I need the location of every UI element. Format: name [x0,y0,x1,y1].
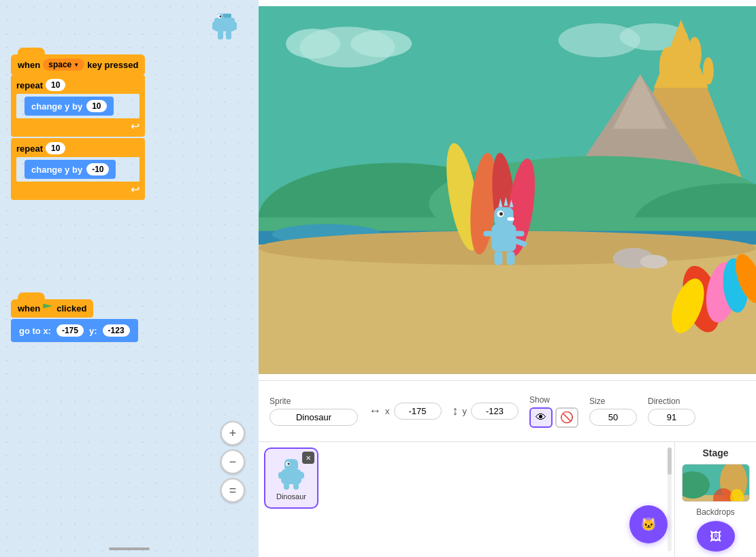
when-key-hat-block[interactable]: when space key pressed [11,54,145,75]
code-panel: when space key pressed repeat 10 change … [0,0,259,557]
svg-point-17 [659,47,676,88]
goto-y-value[interactable]: -123 [103,324,130,337]
when-clicked-label: when [18,303,40,314]
change-y-value-2[interactable]: -10 [86,163,109,175]
svg-rect-49 [506,252,514,265]
stage-thumbnail[interactable] [682,464,750,502]
svg-rect-56 [278,472,285,479]
goto-block[interactable]: go to x: -175 y: -123 [11,319,138,342]
svg-rect-48 [494,252,502,265]
svg-rect-58 [284,483,289,490]
svg-rect-3 [231,22,237,30]
repeat2-foot-arrow: ↩ [131,183,139,196]
svg-rect-2 [212,22,218,30]
svg-point-18 [688,37,702,71]
when-label: when [18,60,40,70]
sprite-name-group: Sprite [269,396,358,426]
stage-area [259,0,756,380]
x-value[interactable]: -175 [394,403,442,420]
when-clicked-hat-block[interactable]: when clicked [11,299,93,318]
hide-button[interactable]: 🚫 [555,407,578,428]
y-label: y: [89,326,97,336]
change-y-block-2[interactable]: change y by -10 [24,160,116,179]
key-dropdown[interactable]: space [43,58,84,71]
x-label: x [385,406,390,416]
size-value[interactable]: 50 [589,409,637,426]
change-y-block-1[interactable]: change y by 10 [24,97,114,116]
svg-rect-59 [293,483,299,490]
y-arrow-icon: ↕ [453,404,459,418]
stage-scene [259,0,756,380]
zoom-in-button[interactable]: + [220,421,245,445]
svg-rect-47 [515,231,525,237]
show-button[interactable]: 👁 [529,407,553,428]
zoom-controls: + − = [220,421,245,503]
svg-rect-8 [223,14,231,18]
direction-label: Direction [648,396,680,406]
add-backdrop-button[interactable]: 🖼 [697,521,735,552]
repeat2-label: repeat [16,144,43,154]
goto-label: go to x: [19,326,51,336]
when-clicked-block-group: when clicked go to x: -175 y: -123 [11,299,138,342]
sprites-scrollbar[interactable] [668,448,672,552]
y-coord-group: ↕ y -123 [453,403,519,420]
goto-block-wrapper: go to x: -175 y: -123 [11,319,138,342]
stage-sidebar-label: Stage [702,448,728,458]
change-y-label-2: change y by [31,165,82,175]
svg-text:🐱: 🐱 [641,517,657,532]
svg-point-12 [350,30,412,57]
show-buttons: 👁 🚫 [529,407,578,428]
sprite-card-name: Dinosaur [276,492,306,501]
repeat1-value[interactable]: 10 [46,79,65,91]
svg-rect-42 [494,207,513,226]
svg-rect-41 [491,224,516,252]
show-label: Show [529,395,578,405]
y-label: y [463,406,467,416]
repeat-block-2[interactable]: repeat 10 change y by -10 ↩ [11,138,145,200]
sprite-thumbnail [204,7,245,48]
sprites-list: ✕ Dinosaur [259,442,665,557]
properties-bar: Sprite ↔ x -175 ↕ y -123 Show 👁 🚫 Size 5… [259,380,756,441]
sprite-delete-button[interactable]: ✕ [302,452,314,464]
direction-value[interactable]: 91 [648,409,695,426]
repeat1-foot-arrow: ↩ [131,120,139,133]
sprite-card-dinosaur[interactable]: ✕ Dinosaur [264,448,318,509]
svg-point-40 [640,255,668,269]
goto-x-value[interactable]: -175 [56,324,84,337]
size-group: Size 50 [589,396,637,426]
direction-group: Direction 91 [648,396,695,426]
flag-icon [43,304,52,314]
svg-rect-45 [508,218,514,221]
change-y-value-1[interactable]: 10 [86,100,106,112]
svg-rect-57 [297,472,304,479]
svg-rect-46 [483,231,493,237]
zoom-fit-button[interactable]: = [220,478,245,503]
show-group: Show 👁 🚫 [529,395,578,428]
size-label: Size [589,396,605,406]
y-value[interactable]: -123 [471,403,519,420]
repeat1-label: repeat [16,80,43,90]
change-y-label-1: change y by [31,101,82,112]
scroll-indicator [109,547,150,550]
clicked-label: clicked [56,303,86,314]
backdrops-label: Backdrops [696,507,735,517]
repeat-block-1[interactable]: repeat 10 change y by 10 ↩ [11,75,145,137]
x-coord-group: ↔ x -175 [369,403,442,420]
svg-point-11 [286,29,340,58]
svg-rect-4 [218,30,223,39]
when-key-block-group: when space key pressed repeat 10 change … [11,54,145,200]
scrollbar-thumb [668,448,672,475]
svg-point-44 [499,212,503,216]
svg-rect-5 [226,30,231,39]
svg-point-7 [220,16,222,18]
x-arrow-icon: ↔ [369,404,381,418]
svg-point-19 [703,57,714,84]
zoom-out-button[interactable]: − [220,450,245,474]
svg-point-61 [288,463,290,465]
repeat2-value[interactable]: 10 [46,142,65,154]
sprite-label: Sprite [269,396,291,406]
add-sprite-button[interactable]: 🐱 [629,505,668,543]
key-pressed-label: key pressed [87,60,138,70]
sprite-name-input[interactable] [269,409,358,426]
stage-sidebar: Stage Backdrops 🖼 [674,442,756,557]
